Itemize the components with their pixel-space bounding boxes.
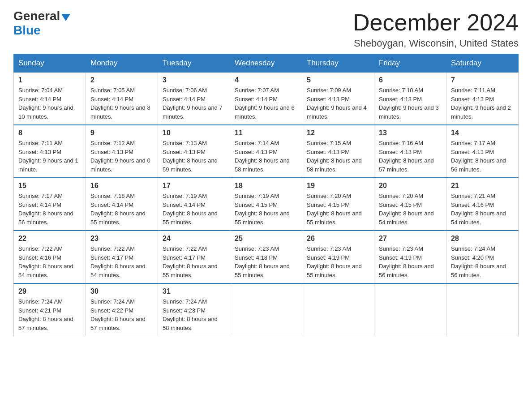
day-number: 27 — [379, 235, 442, 243]
day-number: 15 — [18, 182, 81, 190]
day-number: 11 — [235, 129, 297, 137]
day-number: 24 — [163, 235, 225, 243]
header-tuesday: Tuesday — [158, 54, 230, 73]
calendar-cell: 22Sunrise: 7:22 AMSunset: 4:16 PMDayligh… — [14, 231, 86, 283]
calendar-cell: 14Sunrise: 7:17 AMSunset: 4:13 PMDayligh… — [446, 125, 519, 178]
day-number: 28 — [451, 235, 514, 243]
day-info: Sunrise: 7:19 AMSunset: 4:14 PMDaylight:… — [163, 192, 225, 227]
calendar-cell: 3Sunrise: 7:06 AMSunset: 4:14 PMDaylight… — [158, 73, 230, 125]
day-info: Sunrise: 7:20 AMSunset: 4:15 PMDaylight:… — [379, 192, 442, 227]
day-info: Sunrise: 7:14 AMSunset: 4:13 PMDaylight:… — [235, 139, 297, 174]
header-sunday: Sunday — [14, 54, 86, 73]
day-number: 1 — [18, 76, 81, 84]
day-number: 8 — [18, 129, 81, 137]
calendar-week-5: 29Sunrise: 7:24 AMSunset: 4:21 PMDayligh… — [14, 283, 519, 336]
header-monday: Monday — [86, 54, 158, 73]
calendar-cell: 18Sunrise: 7:19 AMSunset: 4:15 PMDayligh… — [230, 178, 302, 231]
calendar-cell: 7Sunrise: 7:11 AMSunset: 4:13 PMDaylight… — [446, 73, 519, 125]
day-info: Sunrise: 7:16 AMSunset: 4:13 PMDaylight:… — [379, 139, 442, 174]
calendar-week-3: 15Sunrise: 7:17 AMSunset: 4:14 PMDayligh… — [14, 178, 519, 231]
calendar-cell: 16Sunrise: 7:18 AMSunset: 4:14 PMDayligh… — [86, 178, 158, 231]
day-number: 22 — [18, 235, 81, 243]
calendar-cell: 25Sunrise: 7:23 AMSunset: 4:18 PMDayligh… — [230, 231, 302, 283]
calendar-table: Sunday Monday Tuesday Wednesday Thursday… — [13, 54, 519, 336]
day-number: 10 — [163, 129, 225, 137]
day-number: 6 — [379, 76, 442, 84]
header-saturday: Saturday — [446, 54, 519, 73]
calendar-cell: 8Sunrise: 7:11 AMSunset: 4:13 PMDaylight… — [14, 125, 86, 178]
calendar-week-2: 8Sunrise: 7:11 AMSunset: 4:13 PMDaylight… — [14, 125, 519, 178]
calendar-cell: 11Sunrise: 7:14 AMSunset: 4:13 PMDayligh… — [230, 125, 302, 178]
calendar-cell: 2Sunrise: 7:05 AMSunset: 4:14 PMDaylight… — [86, 73, 158, 125]
logo-blue-text: Blue — [13, 23, 41, 37]
day-number: 29 — [18, 287, 81, 295]
day-info: Sunrise: 7:23 AMSunset: 4:18 PMDaylight:… — [235, 244, 297, 279]
day-number: 2 — [90, 76, 153, 84]
calendar-cell: 30Sunrise: 7:24 AMSunset: 4:22 PMDayligh… — [86, 283, 158, 336]
calendar-week-4: 22Sunrise: 7:22 AMSunset: 4:16 PMDayligh… — [14, 231, 519, 283]
day-number: 9 — [90, 129, 153, 137]
calendar-cell: 29Sunrise: 7:24 AMSunset: 4:21 PMDayligh… — [14, 283, 86, 336]
day-info: Sunrise: 7:07 AMSunset: 4:14 PMDaylight:… — [235, 86, 297, 121]
day-info: Sunrise: 7:24 AMSunset: 4:21 PMDaylight:… — [18, 297, 81, 332]
day-number: 7 — [451, 76, 514, 84]
day-number: 23 — [90, 235, 153, 243]
page-header: General Blue December 2024 Sheboygan, Wi… — [13, 9, 519, 49]
day-info: Sunrise: 7:24 AMSunset: 4:23 PMDaylight:… — [163, 297, 225, 332]
calendar-cell: 4Sunrise: 7:07 AMSunset: 4:14 PMDaylight… — [230, 73, 302, 125]
calendar-cell: 9Sunrise: 7:12 AMSunset: 4:13 PMDaylight… — [86, 125, 158, 178]
header-friday: Friday — [374, 54, 446, 73]
calendar-cell: 31Sunrise: 7:24 AMSunset: 4:23 PMDayligh… — [158, 283, 230, 336]
header-row: Sunday Monday Tuesday Wednesday Thursday… — [14, 54, 519, 73]
calendar-cell: 28Sunrise: 7:24 AMSunset: 4:20 PMDayligh… — [446, 231, 519, 283]
calendar-cell — [446, 283, 519, 336]
calendar-cell: 10Sunrise: 7:13 AMSunset: 4:13 PMDayligh… — [158, 125, 230, 178]
logo-general-text: General — [13, 9, 60, 23]
day-number: 26 — [307, 235, 369, 243]
calendar-week-1: 1Sunrise: 7:04 AMSunset: 4:14 PMDaylight… — [14, 73, 519, 125]
calendar-header: Sunday Monday Tuesday Wednesday Thursday… — [14, 54, 519, 73]
day-info: Sunrise: 7:22 AMSunset: 4:17 PMDaylight:… — [163, 244, 225, 279]
day-number: 31 — [163, 287, 225, 295]
logo: General Blue — [13, 9, 70, 38]
day-number: 25 — [235, 235, 297, 243]
calendar-cell: 23Sunrise: 7:22 AMSunset: 4:17 PMDayligh… — [86, 231, 158, 283]
calendar-cell — [374, 283, 446, 336]
day-info: Sunrise: 7:11 AMSunset: 4:13 PMDaylight:… — [451, 86, 514, 121]
calendar-cell: 20Sunrise: 7:20 AMSunset: 4:15 PMDayligh… — [374, 178, 446, 231]
calendar-cell — [230, 283, 302, 336]
day-info: Sunrise: 7:23 AMSunset: 4:19 PMDaylight:… — [307, 244, 369, 279]
day-number: 5 — [307, 76, 369, 84]
day-info: Sunrise: 7:10 AMSunset: 4:13 PMDaylight:… — [379, 86, 442, 121]
day-info: Sunrise: 7:23 AMSunset: 4:19 PMDaylight:… — [379, 244, 442, 279]
calendar-cell: 1Sunrise: 7:04 AMSunset: 4:14 PMDaylight… — [14, 73, 86, 125]
title-block: December 2024 Sheboygan, Wisconsin, Unit… — [353, 9, 519, 49]
day-number: 17 — [163, 182, 225, 190]
day-info: Sunrise: 7:20 AMSunset: 4:15 PMDaylight:… — [307, 192, 369, 227]
day-info: Sunrise: 7:24 AMSunset: 4:20 PMDaylight:… — [451, 244, 514, 279]
day-number: 14 — [451, 129, 514, 137]
calendar-cell: 15Sunrise: 7:17 AMSunset: 4:14 PMDayligh… — [14, 178, 86, 231]
day-number: 19 — [307, 182, 369, 190]
day-info: Sunrise: 7:06 AMSunset: 4:14 PMDaylight:… — [163, 86, 225, 121]
calendar-subtitle: Sheboygan, Wisconsin, United States — [353, 38, 519, 49]
day-number: 20 — [379, 182, 442, 190]
calendar-cell: 13Sunrise: 7:16 AMSunset: 4:13 PMDayligh… — [374, 125, 446, 178]
day-info: Sunrise: 7:17 AMSunset: 4:13 PMDaylight:… — [451, 139, 514, 174]
day-info: Sunrise: 7:12 AMSunset: 4:13 PMDaylight:… — [90, 139, 153, 174]
day-info: Sunrise: 7:13 AMSunset: 4:13 PMDaylight:… — [163, 139, 225, 174]
calendar-cell: 24Sunrise: 7:22 AMSunset: 4:17 PMDayligh… — [158, 231, 230, 283]
day-number: 30 — [90, 287, 153, 295]
calendar-cell: 6Sunrise: 7:10 AMSunset: 4:13 PMDaylight… — [374, 73, 446, 125]
calendar-cell: 12Sunrise: 7:15 AMSunset: 4:13 PMDayligh… — [302, 125, 374, 178]
day-info: Sunrise: 7:19 AMSunset: 4:15 PMDaylight:… — [235, 192, 297, 227]
calendar-title: December 2024 — [353, 9, 519, 36]
day-number: 4 — [235, 76, 297, 84]
day-info: Sunrise: 7:05 AMSunset: 4:14 PMDaylight:… — [90, 86, 153, 121]
day-number: 21 — [451, 182, 514, 190]
calendar-cell — [302, 283, 374, 336]
day-info: Sunrise: 7:15 AMSunset: 4:13 PMDaylight:… — [307, 139, 369, 174]
day-number: 13 — [379, 129, 442, 137]
day-info: Sunrise: 7:18 AMSunset: 4:14 PMDaylight:… — [90, 192, 153, 227]
day-info: Sunrise: 7:24 AMSunset: 4:22 PMDaylight:… — [90, 297, 153, 332]
